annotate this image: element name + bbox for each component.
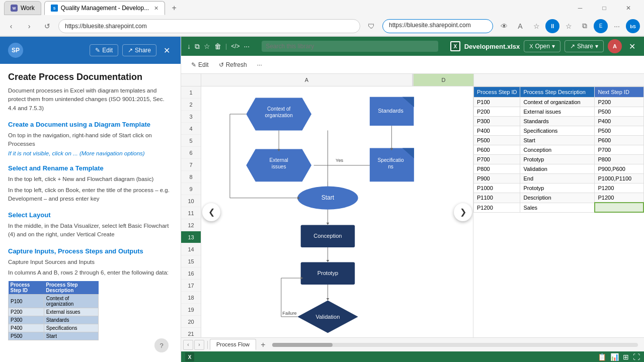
scrollbar-thumb[interactable]: [272, 343, 333, 347]
cell-process-step-id[interactable]: P1000: [474, 184, 520, 193]
star-icon[interactable]: ☆: [204, 42, 210, 50]
cell-next-step-id[interactable]: P800: [595, 155, 643, 164]
section-create-doc-title[interactable]: Create a Document using a Diagram Templa…: [8, 121, 173, 128]
tracking-icon[interactable]: 🛡: [364, 19, 378, 33]
status-icon-4[interactable]: ⛶: [633, 353, 640, 361]
status-icon-2[interactable]: 📊: [610, 353, 619, 361]
section-select-template-title[interactable]: Select and Rename a Template: [8, 164, 173, 172]
section-capture-inputs-title[interactable]: Capture Inputs, Process Steps and Output…: [8, 247, 173, 255]
table-row[interactable]: P1200Sales: [474, 203, 644, 212]
star-icon[interactable]: ☆: [561, 19, 576, 33]
sheet-tab-process-flow[interactable]: Process Flow: [210, 339, 256, 350]
cell-process-step-id[interactable]: P100: [474, 98, 520, 107]
code-icon[interactable]: </>: [231, 43, 239, 50]
open-button[interactable]: X Open ▾: [524, 40, 560, 52]
cell-process-step-id[interactable]: P400: [474, 126, 520, 136]
cell-process-step-desc[interactable]: Validation: [520, 164, 595, 174]
table-row[interactable]: P300StandardsP400: [474, 117, 644, 126]
cell-process-step-id[interactable]: P300: [474, 117, 520, 126]
table-row[interactable]: P1000PrototypP1200: [474, 184, 644, 193]
minimize-button[interactable]: ─: [569, 0, 592, 16]
cell-next-step-id[interactable]: P500: [595, 126, 643, 136]
download-icon[interactable]: ↓: [187, 42, 191, 50]
nav-arrow-right[interactable]: ❯: [454, 203, 472, 221]
cell-process-step-id[interactable]: P800: [474, 164, 520, 174]
nav-arrow-left[interactable]: ❮: [202, 203, 220, 221]
tab-work[interactable]: W Work: [4, 1, 41, 15]
cell-process-step-desc[interactable]: Description: [520, 193, 595, 203]
cell-process-step-desc[interactable]: Sales: [520, 203, 595, 212]
eye-icon[interactable]: 👁: [497, 19, 511, 33]
excel-close-button[interactable]: ✕: [626, 40, 638, 52]
help-button[interactable]: ?: [154, 338, 169, 352]
bookmark-icon[interactable]: ☆: [529, 19, 543, 33]
cell-process-step-desc[interactable]: Context of organization: [520, 98, 595, 107]
table-row[interactable]: P100Context of organizationP200: [474, 98, 644, 107]
cell-process-step-desc[interactable]: Start: [520, 136, 595, 145]
table-row[interactable]: P200External issuesP500: [474, 107, 644, 117]
cell-next-step-id[interactable]: P600: [595, 136, 643, 145]
cell-process-step-desc[interactable]: Specifications: [520, 126, 595, 136]
pause-icon[interactable]: ⏸: [545, 19, 559, 33]
cell-process-step-id[interactable]: P1100: [474, 193, 520, 203]
edit-button[interactable]: ✎ Edit: [90, 44, 118, 56]
cell-process-step-id[interactable]: P700: [474, 155, 520, 164]
table-row[interactable]: P400SpecificationsP500: [474, 126, 644, 136]
cell-next-step-id[interactable]: P200: [595, 98, 643, 107]
cell-next-step-id[interactable]: P1200: [595, 193, 643, 203]
font-icon[interactable]: A: [513, 19, 527, 33]
extension-icon[interactable]: bS: [626, 19, 640, 33]
forward-button[interactable]: ›: [22, 19, 36, 33]
edit-toolbar-button[interactable]: ✎ Edit: [187, 59, 213, 70]
table-row[interactable]: P800ValidationP900,P600: [474, 164, 644, 174]
cell-process-step-id[interactable]: P900: [474, 174, 520, 184]
copy-icon[interactable]: ⧉: [195, 42, 200, 51]
search-library-input[interactable]: [262, 41, 438, 52]
cell-process-step-desc[interactable]: Standards: [520, 117, 595, 126]
back-button[interactable]: ‹: [4, 19, 18, 33]
cell-process-step-id[interactable]: P200: [474, 107, 520, 117]
cell-process-step-id[interactable]: P600: [474, 145, 520, 155]
cell-next-step-id[interactable]: P1200: [595, 184, 643, 193]
new-tab-button[interactable]: +: [168, 2, 180, 14]
refresh-toolbar-button[interactable]: ↺ Refresh: [215, 59, 251, 70]
table-row[interactable]: P1100DescriptionP1200: [474, 193, 644, 203]
more-button[interactable]: ···: [610, 19, 624, 33]
more-options-icon[interactable]: ···: [244, 42, 250, 50]
cell-next-step-id[interactable]: [595, 203, 643, 212]
table-row[interactable]: P700PrototypP800: [474, 155, 644, 164]
url-box-right[interactable]: https://bluesite.sharepoint.com: [382, 19, 493, 33]
cell-process-step-desc[interactable]: External issues: [520, 107, 595, 117]
status-icon-1[interactable]: 📋: [598, 353, 606, 361]
cell-process-step-id[interactable]: P500: [474, 136, 520, 145]
sheet-nav-next[interactable]: ›: [194, 340, 204, 350]
tab-sharepoint[interactable]: S Quality Management - Develop... ✕: [44, 1, 165, 15]
cell-next-step-id[interactable]: P400: [595, 117, 643, 126]
maximize-button[interactable]: □: [593, 0, 616, 16]
status-icon-3[interactable]: ⊞: [623, 353, 629, 361]
add-sheet-button[interactable]: +: [258, 340, 268, 350]
cell-next-step-id[interactable]: P700: [595, 145, 643, 155]
table-row[interactable]: P500StartP600: [474, 136, 644, 145]
profile-icon[interactable]: E: [594, 19, 608, 33]
cell-next-step-id[interactable]: P900,P600: [595, 164, 643, 174]
share-button[interactable]: ↗ Share: [122, 44, 156, 56]
section-select-layout-title[interactable]: Select Layout: [8, 211, 173, 219]
collections-icon[interactable]: ⧉: [578, 19, 592, 33]
cell-next-step-id[interactable]: P500: [595, 107, 643, 117]
reload-button[interactable]: ↺: [40, 19, 54, 33]
tab-close-icon[interactable]: ✕: [154, 5, 158, 12]
close-button[interactable]: ✕: [617, 0, 640, 16]
horizontal-scrollbar[interactable]: [272, 343, 638, 347]
cell-process-step-desc[interactable]: End: [520, 174, 595, 184]
table-row[interactable]: P900EndP1000,P1100: [474, 174, 644, 184]
url-box-left[interactable]: https://bluesite.sharepoint.com: [58, 19, 360, 33]
table-row[interactable]: P600ConceptionP700: [474, 145, 644, 155]
sheet-nav-prev[interactable]: ‹: [183, 340, 193, 350]
cell-process-step-desc[interactable]: Prototyp: [520, 184, 595, 193]
excel-share-button[interactable]: ↗ Share ▾: [565, 40, 604, 52]
cell-process-step-desc[interactable]: Conception: [520, 145, 595, 155]
panel-close-button[interactable]: ✕: [160, 44, 173, 56]
cell-process-step-id[interactable]: P1200: [474, 203, 520, 212]
trash-icon[interactable]: 🗑: [214, 42, 221, 50]
